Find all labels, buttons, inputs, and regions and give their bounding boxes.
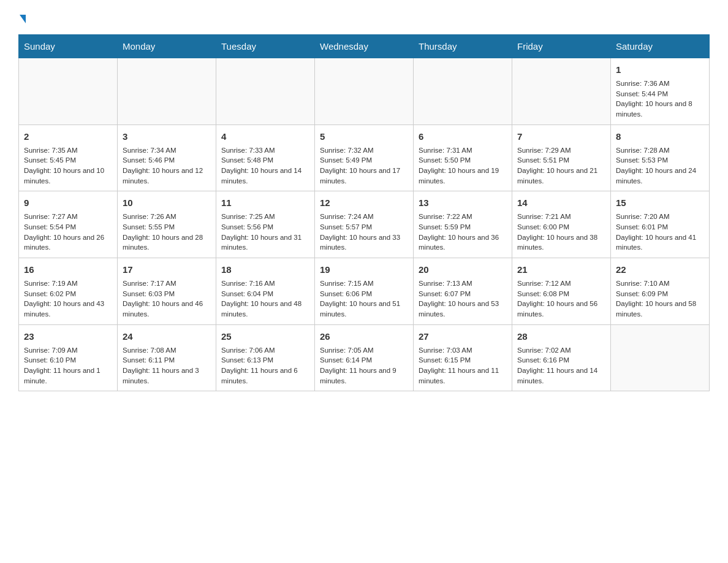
day-info: Sunrise: 7:12 AM Sunset: 6:08 PM Dayligh… — [517, 278, 605, 320]
day-number: 5 — [320, 130, 408, 143]
calendar-day-cell: 2Sunrise: 7:35 AM Sunset: 5:45 PM Daylig… — [19, 124, 118, 191]
calendar-day-cell: 18Sunrise: 7:16 AM Sunset: 6:04 PM Dayli… — [216, 258, 315, 325]
day-number: 12 — [320, 196, 408, 209]
calendar-week-row: 23Sunrise: 7:09 AM Sunset: 6:10 PM Dayli… — [19, 324, 710, 391]
day-headers-row: SundayMondayTuesdayWednesdayThursdayFrid… — [19, 35, 710, 58]
day-header-monday: Monday — [118, 35, 216, 58]
day-number: 13 — [419, 196, 507, 209]
day-info: Sunrise: 7:19 AM Sunset: 6:02 PM Dayligh… — [24, 278, 112, 320]
day-info: Sunrise: 7:20 AM Sunset: 6:01 PM Dayligh… — [616, 212, 704, 253]
day-number: 7 — [517, 130, 605, 143]
calendar-day-cell: 5Sunrise: 7:32 AM Sunset: 5:49 PM Daylig… — [315, 124, 414, 191]
calendar-day-cell: 16Sunrise: 7:19 AM Sunset: 6:02 PM Dayli… — [19, 258, 118, 325]
calendar-day-cell: 15Sunrise: 7:20 AM Sunset: 6:01 PM Dayli… — [611, 191, 710, 258]
day-info: Sunrise: 7:31 AM Sunset: 5:50 PM Dayligh… — [419, 145, 507, 186]
day-info: Sunrise: 7:26 AM Sunset: 5:55 PM Dayligh… — [123, 212, 211, 253]
calendar-day-cell: 25Sunrise: 7:06 AM Sunset: 6:13 PM Dayli… — [216, 324, 315, 391]
day-info: Sunrise: 7:35 AM Sunset: 5:45 PM Dayligh… — [24, 145, 112, 186]
day-header-thursday: Thursday — [414, 35, 512, 58]
calendar-day-cell: 12Sunrise: 7:24 AM Sunset: 5:57 PM Dayli… — [315, 191, 414, 258]
day-info: Sunrise: 7:06 AM Sunset: 6:13 PM Dayligh… — [221, 345, 309, 386]
day-number: 8 — [616, 130, 704, 143]
calendar-day-cell: 17Sunrise: 7:17 AM Sunset: 6:03 PM Dayli… — [118, 258, 216, 325]
day-number: 17 — [123, 263, 211, 276]
day-number: 11 — [221, 196, 309, 209]
day-info: Sunrise: 7:27 AM Sunset: 5:54 PM Dayligh… — [24, 212, 112, 253]
calendar-day-cell: 4Sunrise: 7:33 AM Sunset: 5:48 PM Daylig… — [216, 124, 315, 191]
day-header-saturday: Saturday — [611, 35, 710, 58]
day-number: 14 — [517, 196, 605, 209]
calendar-day-cell: 10Sunrise: 7:26 AM Sunset: 5:55 PM Dayli… — [118, 191, 216, 258]
day-info: Sunrise: 7:33 AM Sunset: 5:48 PM Dayligh… — [221, 145, 309, 186]
day-number: 3 — [123, 130, 211, 143]
logo — [18, 12, 26, 22]
day-info: Sunrise: 7:25 AM Sunset: 5:56 PM Dayligh… — [221, 212, 309, 253]
calendar-day-cell: 21Sunrise: 7:12 AM Sunset: 6:08 PM Dayli… — [512, 258, 611, 325]
calendar-day-cell: 11Sunrise: 7:25 AM Sunset: 5:56 PM Dayli… — [216, 191, 315, 258]
day-number: 16 — [24, 263, 112, 276]
day-number: 2 — [24, 130, 112, 143]
calendar-week-row: 1Sunrise: 7:36 AM Sunset: 5:44 PM Daylig… — [19, 58, 710, 125]
day-info: Sunrise: 7:02 AM Sunset: 6:16 PM Dayligh… — [517, 345, 605, 386]
calendar-day-cell: 28Sunrise: 7:02 AM Sunset: 6:16 PM Dayli… — [512, 324, 611, 391]
day-info: Sunrise: 7:22 AM Sunset: 5:59 PM Dayligh… — [419, 212, 507, 253]
day-number: 18 — [221, 263, 309, 276]
day-header-wednesday: Wednesday — [315, 35, 414, 58]
day-header-friday: Friday — [512, 35, 611, 58]
day-info: Sunrise: 7:21 AM Sunset: 6:00 PM Dayligh… — [517, 212, 605, 253]
calendar-week-row: 9Sunrise: 7:27 AM Sunset: 5:54 PM Daylig… — [19, 191, 710, 258]
calendar-day-cell — [118, 58, 216, 125]
day-info: Sunrise: 7:09 AM Sunset: 6:10 PM Dayligh… — [24, 345, 112, 386]
day-info: Sunrise: 7:28 AM Sunset: 5:53 PM Dayligh… — [616, 145, 704, 186]
day-info: Sunrise: 7:03 AM Sunset: 6:15 PM Dayligh… — [419, 345, 507, 386]
day-info: Sunrise: 7:13 AM Sunset: 6:07 PM Dayligh… — [419, 278, 507, 320]
calendar-day-cell — [216, 58, 315, 125]
calendar-day-cell: 19Sunrise: 7:15 AM Sunset: 6:06 PM Dayli… — [315, 258, 414, 325]
day-number: 15 — [616, 196, 704, 209]
day-number: 23 — [24, 330, 112, 343]
calendar-day-cell: 26Sunrise: 7:05 AM Sunset: 6:14 PM Dayli… — [315, 324, 414, 391]
calendar-day-cell: 20Sunrise: 7:13 AM Sunset: 6:07 PM Dayli… — [414, 258, 512, 325]
calendar-day-cell: 3Sunrise: 7:34 AM Sunset: 5:46 PM Daylig… — [118, 124, 216, 191]
day-info: Sunrise: 7:08 AM Sunset: 6:11 PM Dayligh… — [123, 345, 211, 386]
calendar-day-cell: 27Sunrise: 7:03 AM Sunset: 6:15 PM Dayli… — [414, 324, 512, 391]
day-info: Sunrise: 7:36 AM Sunset: 5:44 PM Dayligh… — [616, 79, 704, 120]
day-number: 26 — [320, 330, 408, 343]
calendar-week-row: 2Sunrise: 7:35 AM Sunset: 5:45 PM Daylig… — [19, 124, 710, 191]
day-number: 1 — [616, 63, 704, 76]
day-info: Sunrise: 7:29 AM Sunset: 5:51 PM Dayligh… — [517, 145, 605, 186]
logo-triangle-icon — [20, 15, 26, 23]
day-number: 20 — [419, 263, 507, 276]
calendar-day-cell: 8Sunrise: 7:28 AM Sunset: 5:53 PM Daylig… — [611, 124, 710, 191]
day-number: 21 — [517, 263, 605, 276]
day-number: 28 — [517, 330, 605, 343]
day-info: Sunrise: 7:24 AM Sunset: 5:57 PM Dayligh… — [320, 212, 408, 253]
calendar-day-cell — [315, 58, 414, 125]
calendar-day-cell: 22Sunrise: 7:10 AM Sunset: 6:09 PM Dayli… — [611, 258, 710, 325]
calendar-day-cell: 24Sunrise: 7:08 AM Sunset: 6:11 PM Dayli… — [118, 324, 216, 391]
calendar-day-cell — [414, 58, 512, 125]
calendar-header: SundayMondayTuesdayWednesdayThursdayFrid… — [19, 35, 710, 58]
calendar-day-cell: 14Sunrise: 7:21 AM Sunset: 6:00 PM Dayli… — [512, 191, 611, 258]
day-number: 25 — [221, 330, 309, 343]
day-info: Sunrise: 7:34 AM Sunset: 5:46 PM Dayligh… — [123, 145, 211, 186]
day-info: Sunrise: 7:16 AM Sunset: 6:04 PM Dayligh… — [221, 278, 309, 320]
day-header-sunday: Sunday — [19, 35, 118, 58]
day-number: 6 — [419, 130, 507, 143]
calendar-day-cell: 6Sunrise: 7:31 AM Sunset: 5:50 PM Daylig… — [414, 124, 512, 191]
calendar-day-cell: 13Sunrise: 7:22 AM Sunset: 5:59 PM Dayli… — [414, 191, 512, 258]
day-info: Sunrise: 7:15 AM Sunset: 6:06 PM Dayligh… — [320, 278, 408, 320]
calendar-day-cell — [611, 324, 710, 391]
calendar-week-row: 16Sunrise: 7:19 AM Sunset: 6:02 PM Dayli… — [19, 258, 710, 325]
day-number: 19 — [320, 263, 408, 276]
calendar-day-cell — [512, 58, 611, 125]
day-number: 10 — [123, 196, 211, 209]
calendar-day-cell: 23Sunrise: 7:09 AM Sunset: 6:10 PM Dayli… — [19, 324, 118, 391]
page-header — [18, 12, 710, 22]
day-number: 4 — [221, 130, 309, 143]
day-info: Sunrise: 7:10 AM Sunset: 6:09 PM Dayligh… — [616, 278, 704, 320]
day-info: Sunrise: 7:17 AM Sunset: 6:03 PM Dayligh… — [123, 278, 211, 320]
day-info: Sunrise: 7:32 AM Sunset: 5:49 PM Dayligh… — [320, 145, 408, 186]
day-number: 24 — [123, 330, 211, 343]
day-number: 22 — [616, 263, 704, 276]
